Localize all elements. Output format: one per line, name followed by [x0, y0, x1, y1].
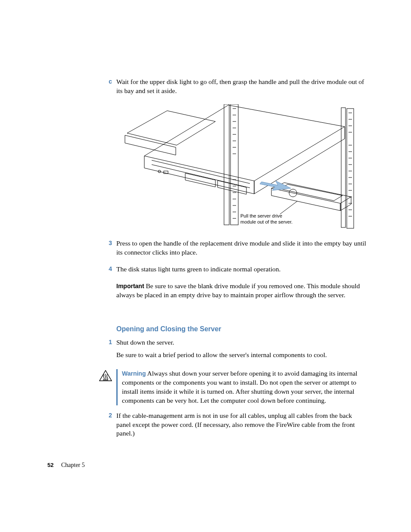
page-content: c Wait for the upper disk light to go of…	[0, 0, 411, 442]
step-4: 4 The disk status light turns green to i…	[47, 265, 368, 277]
warning-block: Warning Always shut down your server bef…	[47, 369, 368, 405]
step-3-text: Press to open the handle of the replacem…	[116, 239, 368, 257]
important-note: Important Be sure to save the blank driv…	[47, 282, 368, 303]
step-marker-4: 4	[47, 265, 116, 277]
step-s1-text: Shut down the server.	[116, 338, 368, 347]
important-text: Be sure to save the blank drive module i…	[116, 282, 360, 299]
svg-line-38	[280, 201, 297, 214]
step-s1-text2: Be sure to wait a brief period to allow …	[116, 351, 368, 360]
warning-label: Warning	[122, 370, 146, 377]
step-marker-s2: 2	[47, 411, 116, 442]
figure-caption: Pull the server drive module out of the …	[240, 213, 305, 225]
chapter-label: Chapter 5	[61, 462, 85, 468]
step-s2: 2 If the cable-management arm is not in …	[47, 411, 368, 442]
warning-heat-icon	[99, 370, 112, 381]
svg-rect-19	[341, 108, 346, 227]
step-marker-c: c	[47, 78, 116, 99]
important-label: Important	[116, 283, 144, 289]
step-3: 3 Press to open the handle of the replac…	[47, 239, 368, 261]
step-c-text: Wait for the upper disk light to go off,…	[116, 78, 368, 99]
section-heading-opening-closing: Opening and Closing the Server	[116, 324, 368, 334]
server-illustration	[116, 104, 358, 231]
svg-rect-20	[347, 109, 354, 228]
step-marker-s1: 1	[47, 338, 116, 363]
step-4-text: The disk status light turns green to ind…	[116, 265, 368, 274]
svg-rect-3	[230, 104, 238, 225]
step-s2-text: If the cable-management arm is not in us…	[116, 411, 368, 439]
step-marker-3: 3	[47, 239, 116, 261]
step-c: c Wait for the upper disk light to go of…	[47, 78, 368, 99]
warning-text: Always shut down your server before open…	[122, 370, 358, 404]
page-number: 52	[47, 462, 53, 468]
svg-rect-2	[224, 104, 229, 225]
figure-server-drive: Pull the server drive module out of the …	[116, 104, 358, 231]
page-footer: 52 Chapter 5	[47, 461, 85, 470]
step-s1: 1 Shut down the server. Be sure to wait …	[47, 338, 368, 363]
